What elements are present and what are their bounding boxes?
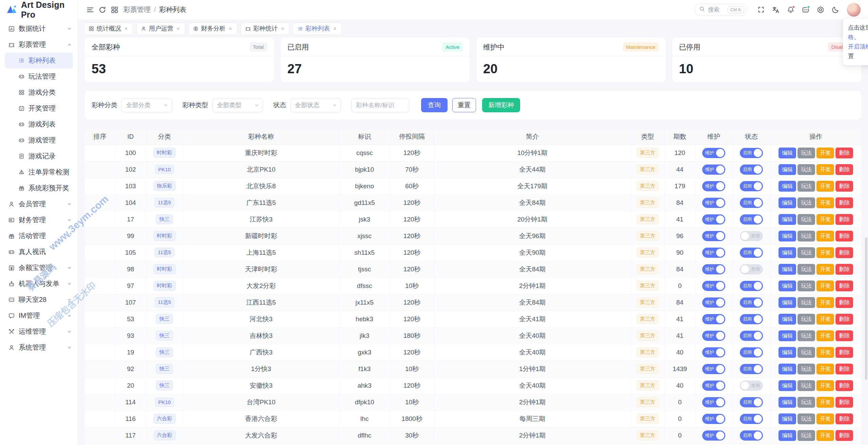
- vertical-scrollbar[interactable]: [865, 237, 867, 380]
- op-play-button[interactable]: 玩法: [797, 413, 815, 424]
- op-draw-button[interactable]: 开奖: [816, 280, 834, 291]
- status-toggle[interactable]: 启用: [740, 214, 763, 225]
- op-draw-button[interactable]: 开奖: [816, 364, 834, 374]
- status-toggle[interactable]: 启用: [740, 281, 763, 291]
- fullscreen-icon[interactable]: [755, 4, 767, 16]
- op-play-button[interactable]: 玩法: [797, 347, 815, 358]
- op-play-button[interactable]: 玩法: [797, 164, 815, 175]
- maintenance-toggle[interactable]: 维护: [702, 248, 725, 258]
- status-select[interactable]: 全部状态: [290, 98, 341, 112]
- sidebar-item-8[interactable]: 游戏记录: [5, 148, 73, 164]
- status-toggle[interactable]: 禁用: [740, 381, 763, 391]
- keyword-input[interactable]: [351, 98, 410, 112]
- category-select[interactable]: 全部分类: [121, 98, 172, 112]
- sidebar-item-13[interactable]: 活动管理: [0, 228, 78, 244]
- dark-mode-moon-icon[interactable]: [829, 4, 842, 16]
- op-play-button[interactable]: 玩法: [797, 231, 815, 241]
- status-toggle[interactable]: 禁用: [740, 231, 763, 241]
- close-icon[interactable]: [332, 26, 337, 31]
- op-del-button[interactable]: 删除: [835, 280, 853, 291]
- op-play-button[interactable]: 玩法: [797, 214, 815, 225]
- maintenance-toggle[interactable]: 维护: [702, 397, 725, 407]
- op-del-button[interactable]: 删除: [835, 148, 853, 158]
- maintenance-toggle[interactable]: 维护: [702, 264, 725, 274]
- sidebar-item-9[interactable]: 注单异常检测: [5, 164, 73, 180]
- op-draw-button[interactable]: 开奖: [816, 413, 834, 424]
- op-edit-button[interactable]: 编辑: [778, 330, 796, 341]
- type-select[interactable]: 全部类型: [212, 98, 263, 112]
- maintenance-toggle[interactable]: 维护: [702, 231, 725, 241]
- maintenance-toggle[interactable]: 维护: [702, 148, 725, 158]
- tab-1[interactable]: 用户运营: [136, 22, 185, 35]
- op-play-button[interactable]: 玩法: [797, 280, 815, 291]
- op-play-button[interactable]: 玩法: [797, 364, 815, 374]
- op-edit-button[interactable]: 编辑: [778, 164, 796, 175]
- op-del-button[interactable]: 删除: [835, 214, 853, 225]
- sidebar-item-1[interactable]: 彩票管理: [0, 37, 78, 53]
- op-draw-button[interactable]: 开奖: [816, 214, 834, 225]
- status-toggle[interactable]: 启用: [740, 198, 763, 208]
- close-icon[interactable]: [280, 26, 285, 31]
- close-icon[interactable]: [228, 26, 233, 31]
- op-del-button[interactable]: 删除: [835, 430, 853, 441]
- op-del-button[interactable]: 删除: [835, 197, 853, 208]
- sidebar-item-20[interactable]: 系统管理: [0, 340, 78, 355]
- op-draw-button[interactable]: 开奖: [816, 231, 834, 241]
- close-icon[interactable]: [123, 26, 129, 31]
- op-draw-button[interactable]: 开奖: [816, 297, 834, 308]
- settings-gear-icon[interactable]: [814, 4, 827, 16]
- op-edit-button[interactable]: 编辑: [778, 297, 796, 308]
- op-del-button[interactable]: 删除: [835, 181, 853, 192]
- op-play-button[interactable]: 玩法: [797, 247, 815, 258]
- status-toggle[interactable]: 启用: [740, 297, 763, 308]
- status-toggle[interactable]: 启用: [740, 331, 763, 341]
- op-edit-button[interactable]: 编辑: [778, 413, 796, 424]
- tab-2[interactable]: 财务分析: [189, 22, 237, 35]
- maintenance-toggle[interactable]: 维护: [702, 381, 725, 391]
- messages-chat-icon[interactable]: [800, 4, 812, 16]
- breadcrumb-parent[interactable]: 彩票管理: [123, 5, 151, 14]
- reset-button[interactable]: 重置: [452, 98, 476, 112]
- sidebar-item-2[interactable]: 彩种列表: [5, 53, 73, 69]
- sidebar-item-5[interactable]: 开奖管理: [5, 100, 73, 116]
- sidebar-item-4[interactable]: 游戏分类: [5, 84, 73, 100]
- sidebar-item-7[interactable]: 游戏管理: [5, 132, 73, 148]
- op-draw-button[interactable]: 开奖: [816, 380, 834, 391]
- tab-3[interactable]: 彩种统计: [241, 22, 290, 35]
- maintenance-toggle[interactable]: 维护: [702, 165, 725, 175]
- maintenance-toggle[interactable]: 维护: [702, 297, 725, 308]
- maintenance-toggle[interactable]: 维护: [702, 331, 725, 341]
- op-edit-button[interactable]: 编辑: [778, 214, 796, 225]
- op-del-button[interactable]: 删除: [835, 264, 853, 275]
- op-draw-button[interactable]: 开奖: [816, 197, 834, 208]
- sidebar-item-14[interactable]: 真人视讯: [0, 244, 78, 260]
- maintenance-toggle[interactable]: 维护: [702, 314, 725, 324]
- op-edit-button[interactable]: 编辑: [778, 247, 796, 258]
- op-play-button[interactable]: 玩法: [797, 380, 815, 391]
- sidebar-item-16[interactable]: 机器人与发单: [0, 276, 78, 292]
- op-edit-button[interactable]: 编辑: [778, 430, 796, 441]
- maintenance-toggle[interactable]: 维护: [702, 281, 725, 291]
- collapse-menu-icon[interactable]: [84, 4, 96, 16]
- op-del-button[interactable]: 删除: [835, 231, 853, 241]
- status-toggle[interactable]: 启用: [740, 314, 763, 324]
- global-search-input[interactable]: 搜索 Ctrl K: [694, 3, 747, 16]
- status-toggle[interactable]: 启用: [740, 364, 763, 374]
- op-play-button[interactable]: 玩法: [797, 430, 815, 441]
- maintenance-toggle[interactable]: 维护: [702, 198, 725, 208]
- op-edit-button[interactable]: 编辑: [778, 197, 796, 208]
- op-del-button[interactable]: 删除: [835, 380, 853, 391]
- op-del-button[interactable]: 删除: [835, 397, 853, 408]
- status-toggle[interactable]: 启用: [740, 148, 763, 158]
- sidebar-item-6[interactable]: 游戏列表: [5, 116, 73, 132]
- maintenance-toggle[interactable]: 维护: [702, 214, 725, 225]
- op-del-button[interactable]: 删除: [835, 364, 853, 374]
- status-toggle[interactable]: 启用: [740, 181, 763, 191]
- op-play-button[interactable]: 玩法: [797, 330, 815, 341]
- op-draw-button[interactable]: 开奖: [816, 430, 834, 441]
- sidebar-item-19[interactable]: 运维管理: [0, 324, 78, 340]
- op-edit-button[interactable]: 编辑: [778, 364, 796, 374]
- op-del-button[interactable]: 删除: [835, 314, 853, 325]
- status-toggle[interactable]: 启用: [740, 248, 763, 258]
- op-edit-button[interactable]: 编辑: [778, 231, 796, 241]
